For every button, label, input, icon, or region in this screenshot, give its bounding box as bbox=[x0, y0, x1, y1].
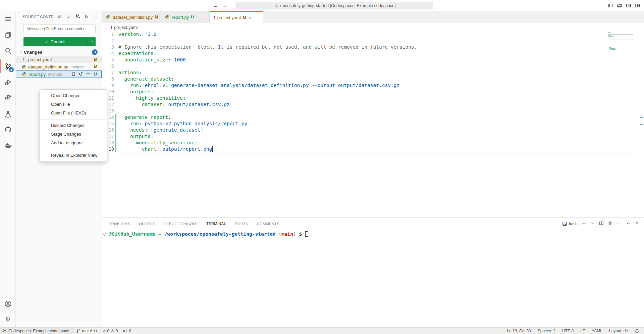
maximize-panel-button[interactable] bbox=[626, 221, 631, 227]
menu-item-add-to-gitignore[interactable]: Add to .gitignore bbox=[40, 139, 107, 147]
activity-bar-extensions[interactable] bbox=[0, 90, 16, 106]
scm-file-project.yaml[interactable]: !project.yamlM bbox=[16, 56, 102, 63]
activity-bar-search[interactable] bbox=[0, 43, 16, 58]
commit-button-main[interactable]: ✓ Commit bbox=[23, 37, 87, 46]
activity-bar-testing[interactable] bbox=[0, 106, 16, 122]
changes-section-header[interactable]: Changes 3 bbox=[16, 48, 102, 56]
code-line-2[interactable]: 2 bbox=[102, 38, 644, 44]
launch-profile-button[interactable] bbox=[590, 221, 595, 227]
tab-dataset_definition.py[interactable]: dataset_definition.pyM bbox=[102, 11, 161, 23]
shell-selector[interactable]: bash bbox=[562, 221, 578, 226]
line-number: 8 bbox=[102, 76, 114, 82]
panel-tab-debug-console[interactable]: DEBUG CONSOLE bbox=[163, 221, 198, 227]
activity-bar-run-and-debug[interactable] bbox=[0, 74, 16, 90]
code-line-12[interactable]: 12dataset: output/dataset.csv.gz bbox=[102, 101, 644, 108]
panel-tab-terminal[interactable]: TERMINAL bbox=[206, 220, 226, 227]
tab-report.py[interactable]: report.pyU bbox=[161, 11, 210, 23]
status-layout[interactable]: Layout: de bbox=[606, 329, 631, 333]
status-ln[interactable]: Ln 19, Col 33 bbox=[504, 329, 533, 333]
split-editor-button[interactable] bbox=[626, 3, 631, 9]
open-changes-button[interactable] bbox=[617, 3, 622, 9]
menu-item-open-changes[interactable]: Open Changes bbox=[40, 91, 107, 100]
breadcrumb-item[interactable]: project.yaml bbox=[114, 25, 138, 30]
minimap[interactable] bbox=[608, 31, 636, 51]
scm-file-dataset_definition.py[interactable]: dataset_definition.pyanalysisM bbox=[16, 63, 102, 70]
breadcrumb[interactable]: ! project.yaml bbox=[102, 23, 644, 31]
panel-tab-ports[interactable]: PORTS bbox=[234, 221, 249, 227]
commit-check-button[interactable]: ✓ bbox=[67, 14, 71, 19]
terminal[interactable]: @GitHub_Username → /workspaces/opensafel… bbox=[109, 231, 308, 237]
menu-item-open-file-head-[interactable]: Open File (HEAD) bbox=[40, 109, 107, 117]
code-line-4[interactable]: 4expectations: bbox=[102, 50, 644, 57]
code-line-9[interactable]: 9run: ehrql:v1 generate-dataset analysis… bbox=[102, 82, 644, 89]
tab-project.yaml[interactable]: !project.yamlM× bbox=[210, 11, 263, 23]
code-line-10[interactable]: 10outputs: bbox=[102, 89, 644, 95]
more-button[interactable]: ⋯ bbox=[636, 3, 641, 9]
code-line-3[interactable]: 3# Ignore this`expectation` block. It is… bbox=[102, 44, 644, 50]
command-center-search[interactable]: opensafely-getting-started [Codespaces: … bbox=[236, 2, 433, 9]
menu-item-stage-changes[interactable]: Stage Changes bbox=[40, 130, 107, 139]
open-file-button[interactable] bbox=[71, 71, 76, 77]
line-number: 2 bbox=[102, 38, 114, 44]
editor-pane[interactable]: 1version: '3.0'23# Ignore this`expectati… bbox=[102, 31, 644, 217]
code-line-5[interactable]: 5population_size: 1000 bbox=[102, 57, 644, 63]
activity-bar-settings[interactable]: ⚙ bbox=[0, 312, 16, 327]
view-sort-button[interactable] bbox=[58, 14, 63, 20]
close-icon[interactable]: × bbox=[249, 15, 252, 20]
refresh-icon: ↻ bbox=[85, 14, 89, 19]
sync-icon: ↻ bbox=[94, 329, 97, 333]
code-line-6[interactable]: 6 bbox=[102, 63, 644, 69]
code-line-15[interactable]: 15run: python:v2 python analysis/report.… bbox=[102, 121, 644, 127]
layout-left[interactable] bbox=[608, 3, 613, 9]
menu-item-reveal-in-explorer-view[interactable]: Reveal in Explorer View bbox=[40, 151, 107, 160]
status-yaml[interactable]: YAML bbox=[589, 329, 605, 333]
code-line-14[interactable]: 14generate_report: bbox=[102, 114, 644, 121]
discard-changes-button[interactable]: ↺ bbox=[78, 71, 83, 77]
activity-bar-menu[interactable] bbox=[0, 11, 16, 27]
panel-tab-output[interactable]: OUTPUT bbox=[139, 221, 155, 227]
code-line-1[interactable]: 1version: '3.0' bbox=[102, 31, 644, 38]
activity-bar-source-control[interactable]: 3 bbox=[0, 58, 16, 74]
split-terminal-button[interactable] bbox=[599, 221, 604, 227]
commit-message-input[interactable]: Message (Ctrl+Enter to commit o... bbox=[23, 25, 96, 33]
minimap-line bbox=[609, 42, 614, 42]
new-terminal-button[interactable] bbox=[582, 221, 586, 227]
code-line-16[interactable]: 16needs: [generate_dataset] bbox=[102, 127, 644, 133]
remote-indicator[interactable]: Codespaces: Example codespace bbox=[0, 328, 73, 334]
scm-file-report.py[interactable]: report.pyanalysis↺U bbox=[16, 70, 102, 78]
menu-item-open-file[interactable]: Open File bbox=[40, 100, 107, 109]
branch-status[interactable]: main* ↻ bbox=[73, 328, 100, 334]
panel-tab-comments[interactable]: COMMENTS bbox=[257, 221, 280, 227]
code-line-18[interactable]: 18moderately_sensitive: bbox=[102, 140, 644, 146]
menu-item-discard-changes[interactable]: Discard Changes bbox=[40, 121, 107, 130]
commit-dropdown[interactable] bbox=[87, 37, 96, 46]
forward-icon[interactable]: → bbox=[221, 2, 229, 9]
activity-bar-explorer[interactable] bbox=[0, 27, 16, 43]
problems-status[interactable]: ⊘ 0 ⚠ 0 bbox=[100, 328, 120, 334]
status-utf-8[interactable]: UTF-8 bbox=[559, 329, 576, 333]
commit-button[interactable]: ✓ Commit bbox=[23, 37, 96, 46]
stage-changes-button[interactable] bbox=[86, 71, 91, 77]
kill-terminal-button[interactable] bbox=[608, 221, 612, 227]
code-line-7[interactable]: 7actions: bbox=[102, 69, 644, 76]
close-panel-button[interactable] bbox=[635, 221, 639, 227]
ports-status[interactable]: 0 bbox=[120, 328, 134, 334]
code-line-17[interactable]: 17outputs: bbox=[102, 133, 644, 140]
status-lf[interactable]: LF bbox=[578, 329, 588, 333]
back-icon[interactable]: ← bbox=[212, 2, 219, 9]
refresh-button[interactable]: ↻ bbox=[85, 14, 89, 19]
more-button[interactable]: ⋯ bbox=[93, 14, 98, 19]
code-line-11[interactable]: 11highly_sensitive: bbox=[102, 95, 644, 101]
code-line-8[interactable]: 8generate_dataset: bbox=[102, 76, 644, 82]
code-line-19[interactable]: 19chart: output/report.png bbox=[102, 146, 644, 152]
more-button[interactable]: ⋯ bbox=[616, 221, 622, 227]
bell-icon[interactable] bbox=[632, 329, 642, 333]
panel-tab-problems[interactable]: PROBLEMS bbox=[108, 221, 130, 227]
activity-bar-docker[interactable] bbox=[0, 137, 16, 153]
activity-bar-accounts[interactable] bbox=[0, 296, 16, 312]
status-spaces[interactable]: Spaces: 2 bbox=[535, 329, 558, 333]
gutter-change-indicator bbox=[115, 140, 116, 146]
code-line-13[interactable]: 13 bbox=[102, 108, 644, 114]
create-branch-button[interactable] bbox=[75, 14, 80, 20]
activity-bar-github[interactable] bbox=[0, 122, 16, 137]
